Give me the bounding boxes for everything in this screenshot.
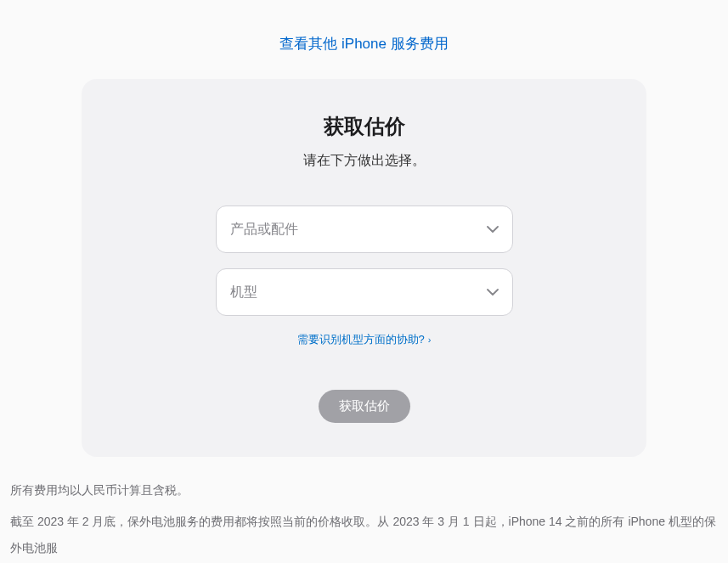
card-subtitle: 请在下方做出选择。 — [99, 152, 629, 170]
model-select-placeholder: 机型 — [230, 284, 257, 301]
chevron-down-icon — [487, 226, 499, 233]
footer-line-2: 截至 2023 年 2 月底，保外电池服务的费用都将按照当前的价格收取。从 20… — [10, 509, 718, 563]
chevron-right-icon: › — [428, 335, 432, 345]
footer-line-1: 所有费用均以人民币计算且含税。 — [10, 477, 718, 504]
model-select[interactable]: 机型 — [216, 268, 513, 316]
view-other-services-link[interactable]: 查看其他 iPhone 服务费用 — [279, 36, 448, 52]
get-estimate-button[interactable]: 获取估价 — [319, 390, 410, 423]
estimate-card: 获取估价 请在下方做出选择。 产品或配件 机型 需要识别机型方面的协助?› 获取… — [82, 79, 646, 457]
footer-notes: 所有费用均以人民币计算且含税。 截至 2023 年 2 月底，保外电池服务的费用… — [0, 457, 728, 563]
identify-model-help-link[interactable]: 需要识别机型方面的协助?› — [297, 333, 432, 346]
product-select-placeholder: 产品或配件 — [230, 221, 298, 239]
chevron-down-icon — [487, 289, 499, 296]
card-title: 获取估价 — [99, 113, 629, 140]
product-select[interactable]: 产品或配件 — [216, 205, 513, 253]
